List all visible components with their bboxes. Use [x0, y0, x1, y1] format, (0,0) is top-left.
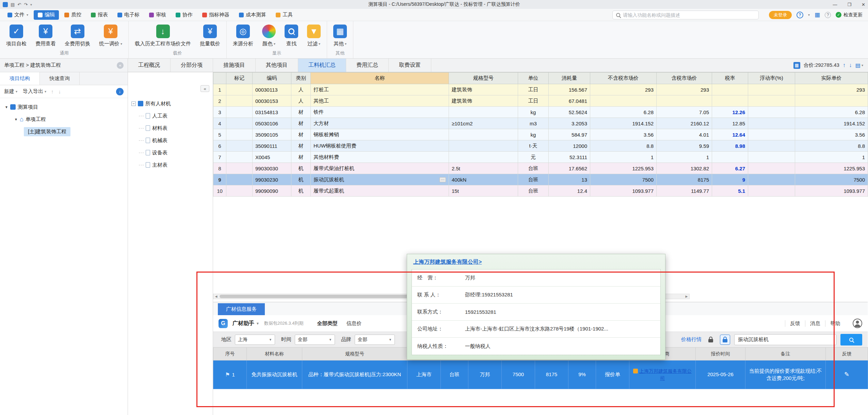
- quote-cell-brand[interactable]: 万邦: [468, 360, 502, 389]
- grid-cell[interactable]: 6.28: [590, 107, 657, 118]
- quote-cell-date[interactable]: 2025-05-26: [696, 360, 745, 389]
- tree-item-all-resources[interactable]: −所有人材机: [131, 97, 213, 110]
- grid-cell[interactable]: 其他材料费: [311, 152, 449, 163]
- material-search-button[interactable]: [840, 334, 862, 345]
- grid-cell[interactable]: 1149.77: [657, 185, 712, 197]
- grid-cell[interactable]: 8.98: [712, 140, 748, 152]
- link-反馈[interactable]: 反馈: [785, 320, 805, 327]
- grid-cell[interactable]: 1093.977: [590, 185, 657, 197]
- grid-cell[interactable]: HUW钢板桩使用费: [311, 140, 449, 152]
- grid-cell[interactable]: 3.56: [590, 129, 657, 140]
- button-导入导出[interactable]: 导入导出▾: [23, 88, 46, 95]
- ribbon-button-来源分析[interactable]: ◎来源分析: [231, 24, 255, 48]
- grid-cell[interactable]: 建筑装饰: [449, 95, 518, 107]
- grid-cell[interactable]: [748, 163, 795, 174]
- grid-cell[interactable]: 工日: [518, 84, 549, 95]
- grid-cell[interactable]: 15t: [449, 185, 518, 197]
- grid-cell[interactable]: 13: [549, 174, 590, 185]
- menu-item-文件[interactable]: 文件▾: [3, 10, 32, 20]
- grid-cell[interactable]: 12.85: [712, 118, 748, 129]
- grid-row-number[interactable]: 5: [213, 129, 226, 140]
- grid-cell[interactable]: [712, 84, 748, 95]
- grid-cell[interactable]: [226, 152, 253, 163]
- grid-cell[interactable]: 人: [291, 95, 311, 107]
- grid-cell[interactable]: 1914.152: [795, 118, 868, 129]
- redo-icon[interactable]: ↷: [24, 2, 28, 7]
- tree-item-设备表[interactable]: 设备表: [131, 147, 213, 159]
- ribbon-button-载入历史工程市场价文件[interactable]: ↓载入历史工程市场价文件: [133, 24, 192, 48]
- grid-cell[interactable]: 人: [291, 84, 311, 95]
- grid-col-header[interactable]: 规格型号: [449, 73, 518, 84]
- grid-row[interactable]: 200030153人其他工建筑装饰工日67.0481: [213, 95, 868, 107]
- grid-cell[interactable]: [449, 140, 518, 152]
- grid-row-number[interactable]: 8: [213, 163, 226, 174]
- menu-item-审核[interactable]: 审核: [145, 10, 170, 20]
- grid-cell[interactable]: kg: [518, 107, 549, 118]
- grid-cell[interactable]: 铁件: [311, 107, 449, 118]
- locate-icon[interactable]: ▤▾: [855, 62, 863, 68]
- grid-row-number[interactable]: 1: [213, 84, 226, 95]
- tab-取费设置[interactable]: 取费设置: [389, 59, 431, 72]
- grid-cell[interactable]: [657, 95, 712, 107]
- grid-col-header[interactable]: 含税市场价: [657, 73, 712, 84]
- grid-cell[interactable]: 材: [291, 107, 311, 118]
- grid-cell[interactable]: [226, 95, 253, 107]
- grid-row-number[interactable]: 7: [213, 152, 226, 163]
- price-trend-link[interactable]: 价格行情: [681, 336, 702, 343]
- grid-cell[interactable]: 9.59: [657, 140, 712, 152]
- grid-cell[interactable]: 元: [518, 152, 549, 163]
- grid-cell[interactable]: [748, 129, 795, 140]
- grid-cell[interactable]: 7.05: [657, 107, 712, 118]
- grid-cell[interactable]: [795, 95, 868, 107]
- grid-cell[interactable]: 机: [291, 174, 311, 185]
- grid-row-number[interactable]: 6: [213, 140, 226, 152]
- menu-item-报表[interactable]: 报表: [87, 10, 112, 20]
- tab-全部类型[interactable]: 全部类型: [317, 320, 338, 327]
- grid-cell[interactable]: 1093.977: [795, 185, 868, 197]
- quote-cell-supplier[interactable]: 上海万邦建筑服务有限公司: [629, 360, 696, 389]
- user-avatar-icon[interactable]: [853, 319, 862, 328]
- grid-cell[interactable]: 293: [657, 84, 712, 95]
- quote-cell-name[interactable]: 免共振振动沉拔桩机: [247, 360, 302, 389]
- grid-cell[interactable]: 7500: [795, 174, 868, 185]
- grid-cell[interactable]: 67.0481: [549, 95, 590, 107]
- grid-cell[interactable]: [226, 107, 253, 118]
- menu-item-编辑[interactable]: 编辑: [34, 10, 59, 20]
- grid-row-number[interactable]: 3: [213, 107, 226, 118]
- account-icon[interactable]: ?: [797, 12, 803, 18]
- grid-col-header[interactable]: 标记: [226, 73, 253, 84]
- collapse-panel-icon[interactable]: «: [117, 62, 124, 69]
- grid-row[interactable]: 535090105材钢板桩摊销kg584.973.564.0112.643.56: [213, 129, 868, 140]
- expand-circle-icon[interactable]: ↓: [116, 88, 124, 95]
- material-search-input[interactable]: [734, 334, 836, 345]
- grid-cell[interactable]: 台班: [518, 174, 549, 185]
- grid-col-header[interactable]: 消耗量: [549, 73, 590, 84]
- scroll-left-icon[interactable]: ◀: [213, 295, 219, 298]
- grid-cell[interactable]: 8175: [657, 174, 712, 185]
- grid-cell[interactable]: 05030106: [253, 118, 291, 129]
- grid-cell[interactable]: X0045: [253, 152, 291, 163]
- grid-cell[interactable]: 1225.953: [590, 163, 657, 174]
- grid-cell[interactable]: 1914.152: [590, 118, 657, 129]
- grid-cell[interactable]: 5.1: [712, 185, 748, 197]
- grid-cell[interactable]: 6.27: [712, 163, 748, 174]
- grid-cell[interactable]: 156.567: [549, 84, 590, 95]
- apps-grid-icon[interactable]: ▦: [815, 11, 820, 18]
- scroll-right-icon[interactable]: ▶: [684, 295, 689, 298]
- edit-icon[interactable]: ✎: [844, 371, 849, 378]
- grid-cell[interactable]: m3: [518, 118, 549, 129]
- check-update-button[interactable]: ✓ 检查更新: [836, 12, 863, 18]
- grid-cell[interactable]: [748, 118, 795, 129]
- grid-cell[interactable]: [226, 174, 253, 185]
- search-input[interactable]: [623, 12, 755, 18]
- grid-cell[interactable]: [748, 107, 795, 118]
- grid-cell[interactable]: 材: [291, 129, 311, 140]
- ribbon-button-其他[interactable]: ▦其他▾: [332, 24, 348, 48]
- grid-cell[interactable]: 1: [657, 152, 712, 163]
- collapse-tree-button[interactable]: «: [200, 85, 209, 92]
- grid-col-header[interactable]: 实际单价: [795, 73, 868, 84]
- menu-item-协作[interactable]: 协作: [172, 10, 197, 20]
- move-down-icon[interactable]: ↓: [59, 89, 61, 94]
- ribbon-button-费用查看[interactable]: ¥费用查看: [34, 24, 57, 48]
- grid-cell[interactable]: [226, 118, 253, 129]
